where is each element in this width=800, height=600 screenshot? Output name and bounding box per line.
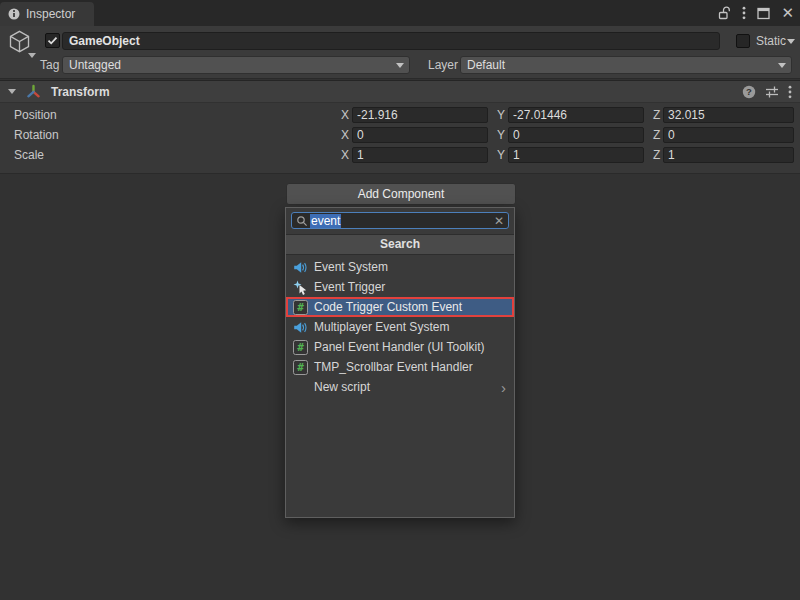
check-icon [47,35,58,46]
svg-text:?: ? [746,86,752,97]
component-item-event-trigger[interactable]: Event Trigger [286,277,514,297]
transform-header[interactable]: Transform ? [0,80,800,103]
close-icon[interactable]: ✕ [781,6,794,20]
maximize-icon[interactable] [757,7,770,20]
scale-y-input[interactable] [508,147,644,163]
axis-x-label: X [341,108,349,122]
section-separator [0,171,800,174]
component-item-label: Multiplayer Event System [314,320,449,334]
transform-tools: ? [742,81,792,103]
axis-y-label: Y [497,108,505,122]
position-y-input[interactable] [508,107,644,123]
scale-x-input[interactable] [352,147,488,163]
static-flags-arrow[interactable] [787,39,795,44]
component-item-tmp-scrollbar-event-handler[interactable]: # TMP_Scrollbar Event Handler [286,357,514,377]
chevron-right-icon: › [501,380,514,395]
gameobject-name-input[interactable] [62,32,720,50]
add-component-button[interactable]: Add Component [286,183,516,205]
search-group-header: Search [286,234,514,255]
gameobject-header: Static Tag Untagged Layer Default [0,26,800,79]
axis-z-label: Z [653,128,660,142]
component-item-label: Code Trigger Custom Event [314,300,462,314]
foldout-arrow-icon[interactable] [8,89,16,94]
inspector-window: Inspector ✕ Static Tag Untagged Layer [0,0,800,600]
icon-spacer [293,380,308,395]
position-z-input[interactable] [663,107,794,123]
unlock-icon[interactable] [718,6,731,20]
rotation-label: Rotation [14,128,59,142]
info-icon [8,8,20,20]
titlebar: Inspector ✕ [0,0,800,26]
event-trigger-icon [293,280,308,295]
component-item-code-trigger-custom-event[interactable]: # Code Trigger Custom Event [286,297,514,317]
search-query-text: event [310,214,341,228]
transform-title: Transform [51,85,110,99]
window-controls: ✕ [718,0,794,26]
presets-icon[interactable] [765,85,779,99]
chevron-down-icon [396,63,404,68]
svg-text:#: # [297,361,304,374]
position-row: Position X Y Z [0,105,800,125]
transform-body: Position X Y Z Rotation X Y Z Scale X Y … [0,103,800,171]
rotation-x-input[interactable] [352,127,488,143]
component-item-label: TMP_Scrollbar Event Handler [314,360,473,374]
component-item-new-script[interactable]: New script › [286,377,514,397]
component-list: Event System Event Trigger # Code Trigge… [286,257,514,397]
layer-dropdown[interactable]: Default [460,56,792,74]
component-item-label: Event System [314,260,388,274]
component-item-label: Event Trigger [314,280,385,294]
axis-x-label: X [341,128,349,142]
tag-dropdown[interactable]: Untagged [62,56,410,74]
csharp-script-icon: # [293,360,308,375]
scale-label: Scale [14,148,44,162]
component-search-input[interactable]: event ✕ [291,212,509,229]
tag-label: Tag [40,58,59,72]
tab-title: Inspector [26,7,75,21]
add-component-popup: event ✕ Search Event System Event Trigge… [285,207,515,518]
component-item-event-system[interactable]: Event System [286,257,514,277]
axis-z-label: Z [653,108,660,122]
rotation-y-input[interactable] [508,127,644,143]
svg-text:#: # [297,301,304,314]
scale-z-input[interactable] [663,147,794,163]
icon-picker-arrow[interactable] [28,53,36,58]
tab-inspector[interactable]: Inspector [0,2,94,26]
rotation-z-input[interactable] [663,127,794,143]
axis-z-label: Z [653,148,660,162]
axis-y-label: Y [497,148,505,162]
static-label: Static [756,34,786,48]
kebab-menu-icon[interactable] [788,85,792,99]
scale-row: Scale X Y Z [0,145,800,165]
chevron-down-icon [778,63,786,68]
event-system-icon [293,320,308,335]
layer-label: Layer [428,58,458,72]
active-checkbox[interactable] [45,33,60,48]
tag-value: Untagged [69,58,121,72]
component-item-multiplayer-event-system[interactable]: Multiplayer Event System [286,317,514,337]
svg-text:#: # [297,341,304,354]
clear-search-icon[interactable]: ✕ [494,215,504,227]
csharp-script-icon: # [293,340,308,355]
axis-y-label: Y [497,128,505,142]
position-x-input[interactable] [352,107,488,123]
static-checkbox[interactable] [736,34,750,48]
position-label: Position [14,108,57,122]
transform-icon [26,84,41,99]
component-item-panel-event-handler[interactable]: # Panel Event Handler (UI Toolkit) [286,337,514,357]
layer-value: Default [467,58,505,72]
event-system-icon [293,260,308,275]
rotation-row: Rotation X Y Z [0,125,800,145]
help-icon[interactable]: ? [742,85,756,99]
kebab-menu-icon[interactable] [742,6,746,20]
csharp-script-icon: # [293,300,308,315]
search-icon [296,215,308,227]
component-item-label: Panel Event Handler (UI Toolkit) [314,340,485,354]
component-item-label: New script [314,380,370,394]
axis-x-label: X [341,148,349,162]
